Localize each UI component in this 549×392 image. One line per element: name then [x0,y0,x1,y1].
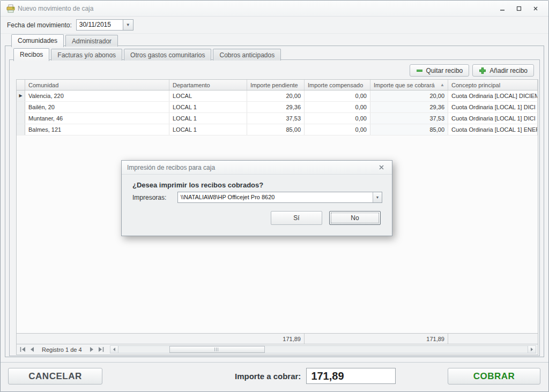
no-button[interactable]: No [329,211,381,225]
header-concepto[interactable]: Concepto principal [448,80,538,90]
chevron-down-icon: ▼ [376,195,380,199]
yes-button[interactable]: Sí [271,211,322,225]
dialog-close-icon[interactable] [376,163,387,172]
row-indicator-cell [17,124,25,135]
close-button[interactable] [528,3,543,14]
cell-cobrara: 37,53 [370,113,448,124]
grid-header: Comunidad Departamento Importe pendiente… [17,80,538,91]
cell-concepto: Cuota Ordinaria [LOCAL 1] ENER [448,124,538,135]
cell-departamento: LOCAL [169,91,247,101]
date-dropdown-button[interactable]: ▼ [123,19,133,31]
cancel-button[interactable]: CANCELAR [8,368,102,385]
amount-to-collect-field[interactable]: 171,89 [306,368,396,384]
minimize-button[interactable] [494,3,510,14]
dialog-titlebar: Impresión de recibos para caja [122,161,392,175]
table-row[interactable]: Bailén, 20 LOCAL 1 29,36 0,00 29,36 Cuot… [17,102,538,113]
add-receipt-label: Añadir recibo [489,67,528,74]
tab-cobros-anticipados[interactable]: Cobros anticipados [213,49,281,61]
cell-concepto: Cuota Ordinaria [LOCAL 1] DICI [448,102,538,112]
window-controls [494,3,545,14]
add-receipt-button[interactable]: Añadir recibo [472,64,534,77]
sub-tab-strip: Recibos Facturas y/o abonos Otros gastos… [13,48,283,61]
minus-icon [416,69,423,72]
summary-concepto [448,334,538,344]
dialog-question: ¿Desea imprimir los recibos cobrados? [132,181,263,189]
printer-dropdown-button[interactable]: ▼ [373,192,382,202]
table-row[interactable]: Balmes, 121 LOCAL 1 85,00 0,00 85,00 Cuo… [17,124,538,135]
cell-departamento: LOCAL 1 [169,124,247,135]
horizontal-scrollbar[interactable] [110,345,536,353]
table-row[interactable]: ▶ Valencia, 220 LOCAL 20,00 0,00 20,00 C… [17,91,538,102]
row-indicator-cell [17,102,25,112]
header-comunidad[interactable]: Comunidad [25,80,169,90]
date-label: Fecha del movimiento: [7,21,72,29]
sort-ascending-icon: ▲ [438,80,444,90]
footer-bar: CANCELAR Importe a cobrar: 171,89 COBRAR [1,362,548,391]
cell-compensado: 0,00 [305,113,370,124]
header-importe-pendiente[interactable]: Importe pendiente [247,80,305,90]
next-record-button[interactable] [87,345,96,354]
scroll-left-icon[interactable] [110,346,118,353]
summary-departamento [169,334,247,344]
summary-comunidad [25,334,169,344]
printer-combobox[interactable]: \\NATALIAW8\HP Officejet Pro 8620 ▼ [177,192,382,203]
titlebar: Nuevo movimiento de caja [1,1,548,17]
summary-cobrara: 171,89 [370,334,448,344]
header-indicator-cell [17,80,25,90]
row-indicator-cell: ▶ [17,91,25,101]
date-row: Fecha del movimiento: 30/11/2015 ▼ [1,17,548,34]
cell-departamento: LOCAL 1 [169,102,247,112]
table-row[interactable]: Muntaner, 46 LOCAL 1 37,53 0,00 37,53 Cu… [17,113,538,124]
scrollbar-thumb[interactable] [169,346,265,353]
plus-icon [479,67,486,74]
cell-comunidad: Bailén, 20 [25,102,169,112]
tab-facturas-abonos[interactable]: Facturas y/o abonos [51,49,122,61]
last-record-button[interactable] [97,345,106,354]
current-row-icon: ▶ [19,94,22,98]
previous-record-button[interactable] [28,345,36,354]
date-input[interactable]: 30/11/2015 [76,19,123,31]
first-record-button[interactable] [18,345,27,354]
cell-pendiente: 37,53 [247,113,305,124]
scroll-right-icon[interactable] [528,346,536,353]
record-counter: Registro 1 de 4 [38,346,86,353]
header-importe-compensado[interactable]: Importe compensado [305,80,370,90]
scrollbar-grip [214,348,219,351]
cell-concepto: Cuota Ordinaria [LOCAL 1] DICI [448,113,538,124]
tab-otros-gastos[interactable]: Otros gastos comunitarios [124,49,211,61]
cell-pendiente: 20,00 [247,91,305,101]
remove-receipt-button[interactable]: Quitar recibo [410,64,470,77]
summary-indicator-cell [17,334,25,344]
main-tab-strip: Comunidades Administrador [11,34,120,47]
grid-summary-row: 171,89 171,89 [17,333,538,344]
maximize-button[interactable] [511,3,526,14]
header-departamento[interactable]: Departamento [169,80,247,90]
tab-comunidades[interactable]: Comunidades [11,34,64,47]
summary-pendiente: 171,89 [247,334,305,344]
cell-compensado: 0,00 [305,124,370,135]
cash-printer-icon [6,4,16,13]
printer-value: \\NATALIAW8\HP Officejet Pro 8620 [178,192,373,202]
cell-comunidad: Balmes, 121 [25,124,169,135]
date-picker: 30/11/2015 ▼ [76,19,133,31]
cell-compensado: 0,00 [305,102,370,112]
cell-concepto: Cuota Ordinaria [LOCAL] DICIEM [448,91,538,101]
cell-pendiente: 85,00 [247,124,305,135]
print-receipts-dialog: Impresión de recibos para caja ¿Desea im… [121,160,392,236]
action-row: Quitar recibo Añadir recibo [410,64,534,77]
chevron-down-icon: ▼ [126,22,130,27]
tab-recibos[interactable]: Recibos [13,48,49,61]
tab-administrador[interactable]: Administrador [65,35,118,47]
remove-receipt-label: Quitar recibo [426,67,463,74]
cell-comunidad: Valencia, 220 [25,91,169,101]
cell-compensado: 0,00 [305,91,370,101]
collect-button[interactable]: COBRAR [448,368,540,385]
cell-departamento: LOCAL 1 [169,113,247,124]
window-title: Nuevo movimiento de caja [18,5,93,12]
grid-navigator: Registro 1 de 4 [17,344,538,355]
header-importe-cobrara[interactable]: Importe que se cobrará ▲ [370,80,448,90]
cell-pendiente: 29,36 [247,102,305,112]
cell-cobrara: 29,36 [370,102,448,112]
cell-cobrara: 85,00 [370,124,448,135]
summary-compensado [305,334,370,344]
